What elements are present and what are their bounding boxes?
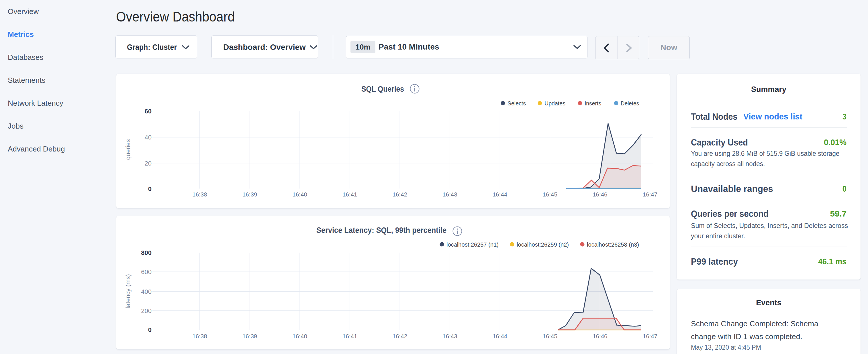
svg-text:localhost:26259 (n2): localhost:26259 (n2) — [517, 241, 569, 248]
svg-text:Deletes: Deletes — [621, 100, 639, 106]
svg-text:16:43: 16:43 — [442, 333, 457, 340]
svg-text:60: 60 — [145, 108, 152, 115]
svg-text:16:45: 16:45 — [543, 333, 557, 340]
svg-text:16:38: 16:38 — [192, 191, 207, 198]
svg-text:16:39: 16:39 — [242, 191, 257, 198]
svg-text:SQL Queries: SQL Queries — [361, 85, 404, 93]
svg-text:localhost:26258 (n3): localhost:26258 (n3) — [587, 241, 639, 248]
svg-text:200: 200 — [141, 307, 152, 315]
svg-text:16:45: 16:45 — [543, 191, 557, 198]
svg-text:localhost:26257 (n1): localhost:26257 (n1) — [446, 241, 499, 248]
svg-text:16:41: 16:41 — [342, 333, 357, 340]
svg-text:16:43: 16:43 — [442, 191, 457, 198]
svg-text:0: 0 — [148, 326, 152, 333]
svg-text:16:47: 16:47 — [643, 191, 657, 198]
svg-text:16:47: 16:47 — [643, 333, 657, 340]
svg-text:16:40: 16:40 — [292, 191, 307, 198]
svg-text:16:41: 16:41 — [342, 191, 357, 198]
svg-text:Updates: Updates — [545, 100, 565, 106]
svg-text:16:38: 16:38 — [192, 333, 207, 340]
svg-text:16:46: 16:46 — [593, 333, 607, 340]
svg-text:16:40: 16:40 — [292, 333, 307, 340]
svg-text:0: 0 — [148, 185, 152, 192]
svg-text:Inserts: Inserts — [585, 100, 601, 106]
svg-text:16:44: 16:44 — [493, 191, 507, 198]
svg-text:queries: queries — [124, 139, 131, 160]
svg-text:Selects: Selects — [507, 100, 526, 106]
svg-text:20: 20 — [145, 160, 152, 167]
svg-text:16:42: 16:42 — [393, 333, 407, 340]
svg-text:16:44: 16:44 — [493, 333, 507, 340]
svg-text:Service Latency: SQL, 99th per: Service Latency: SQL, 99th percentile — [316, 226, 446, 234]
svg-text:16:46: 16:46 — [593, 191, 607, 198]
svg-text:16:42: 16:42 — [393, 191, 407, 198]
svg-text:800: 800 — [141, 249, 152, 256]
svg-text:40: 40 — [145, 134, 152, 141]
svg-text:400: 400 — [141, 288, 152, 295]
svg-text:latency (ms): latency (ms) — [124, 274, 131, 309]
svg-text:16:39: 16:39 — [242, 333, 257, 340]
svg-text:600: 600 — [141, 268, 152, 276]
